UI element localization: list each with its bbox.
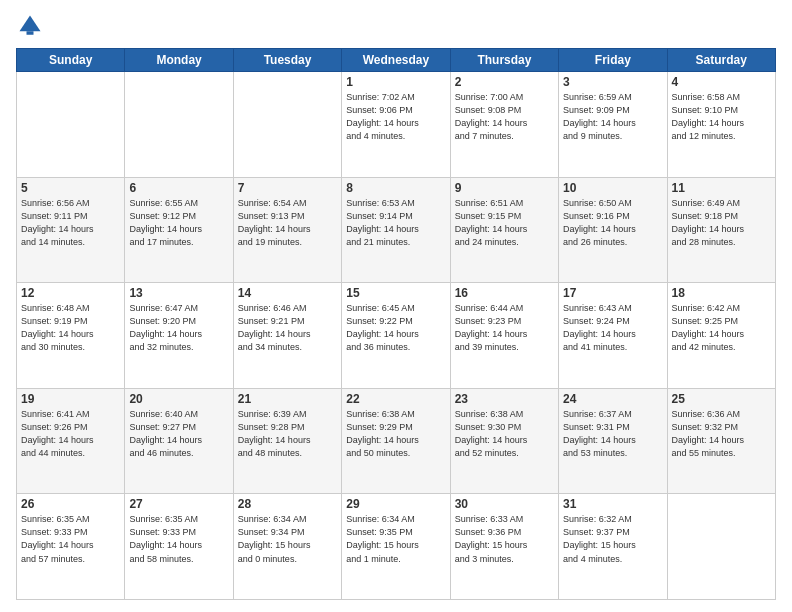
- day-info: Sunrise: 6:56 AM Sunset: 9:11 PM Dayligh…: [21, 197, 120, 249]
- day-number: 19: [21, 392, 120, 406]
- day-number: 9: [455, 181, 554, 195]
- day-info: Sunrise: 6:34 AM Sunset: 9:35 PM Dayligh…: [346, 513, 445, 565]
- day-number: 5: [21, 181, 120, 195]
- calendar-cell: 14Sunrise: 6:46 AM Sunset: 9:21 PM Dayli…: [233, 283, 341, 389]
- day-info: Sunrise: 6:58 AM Sunset: 9:10 PM Dayligh…: [672, 91, 771, 143]
- weekday-header-row: SundayMondayTuesdayWednesdayThursdayFrid…: [17, 49, 776, 72]
- logo-icon: [16, 12, 44, 40]
- calendar-cell: [233, 72, 341, 178]
- day-info: Sunrise: 6:51 AM Sunset: 9:15 PM Dayligh…: [455, 197, 554, 249]
- weekday-header: Monday: [125, 49, 233, 72]
- day-info: Sunrise: 6:40 AM Sunset: 9:27 PM Dayligh…: [129, 408, 228, 460]
- day-number: 26: [21, 497, 120, 511]
- calendar-cell: 10Sunrise: 6:50 AM Sunset: 9:16 PM Dayli…: [559, 177, 667, 283]
- calendar-cell: 18Sunrise: 6:42 AM Sunset: 9:25 PM Dayli…: [667, 283, 775, 389]
- day-info: Sunrise: 6:54 AM Sunset: 9:13 PM Dayligh…: [238, 197, 337, 249]
- calendar-cell: 29Sunrise: 6:34 AM Sunset: 9:35 PM Dayli…: [342, 494, 450, 600]
- calendar-cell: 9Sunrise: 6:51 AM Sunset: 9:15 PM Daylig…: [450, 177, 558, 283]
- day-info: Sunrise: 6:42 AM Sunset: 9:25 PM Dayligh…: [672, 302, 771, 354]
- calendar-cell: 17Sunrise: 6:43 AM Sunset: 9:24 PM Dayli…: [559, 283, 667, 389]
- day-number: 12: [21, 286, 120, 300]
- calendar-cell: 21Sunrise: 6:39 AM Sunset: 9:28 PM Dayli…: [233, 388, 341, 494]
- logo: [16, 12, 46, 40]
- calendar-cell: [667, 494, 775, 600]
- day-number: 3: [563, 75, 662, 89]
- calendar-cell: 26Sunrise: 6:35 AM Sunset: 9:33 PM Dayli…: [17, 494, 125, 600]
- calendar-week-row: 5Sunrise: 6:56 AM Sunset: 9:11 PM Daylig…: [17, 177, 776, 283]
- day-info: Sunrise: 6:49 AM Sunset: 9:18 PM Dayligh…: [672, 197, 771, 249]
- calendar-cell: 16Sunrise: 6:44 AM Sunset: 9:23 PM Dayli…: [450, 283, 558, 389]
- calendar-cell: 31Sunrise: 6:32 AM Sunset: 9:37 PM Dayli…: [559, 494, 667, 600]
- day-number: 22: [346, 392, 445, 406]
- day-number: 1: [346, 75, 445, 89]
- day-info: Sunrise: 6:53 AM Sunset: 9:14 PM Dayligh…: [346, 197, 445, 249]
- calendar-week-row: 19Sunrise: 6:41 AM Sunset: 9:26 PM Dayli…: [17, 388, 776, 494]
- day-number: 8: [346, 181, 445, 195]
- day-number: 14: [238, 286, 337, 300]
- calendar-cell: 2Sunrise: 7:00 AM Sunset: 9:08 PM Daylig…: [450, 72, 558, 178]
- day-number: 25: [672, 392, 771, 406]
- calendar-cell: 11Sunrise: 6:49 AM Sunset: 9:18 PM Dayli…: [667, 177, 775, 283]
- day-info: Sunrise: 6:35 AM Sunset: 9:33 PM Dayligh…: [21, 513, 120, 565]
- day-info: Sunrise: 6:34 AM Sunset: 9:34 PM Dayligh…: [238, 513, 337, 565]
- day-number: 23: [455, 392, 554, 406]
- calendar-cell: 23Sunrise: 6:38 AM Sunset: 9:30 PM Dayli…: [450, 388, 558, 494]
- day-number: 2: [455, 75, 554, 89]
- day-info: Sunrise: 6:55 AM Sunset: 9:12 PM Dayligh…: [129, 197, 228, 249]
- calendar-cell: 20Sunrise: 6:40 AM Sunset: 9:27 PM Dayli…: [125, 388, 233, 494]
- day-number: 27: [129, 497, 228, 511]
- day-info: Sunrise: 6:39 AM Sunset: 9:28 PM Dayligh…: [238, 408, 337, 460]
- day-info: Sunrise: 6:41 AM Sunset: 9:26 PM Dayligh…: [21, 408, 120, 460]
- calendar-cell: 24Sunrise: 6:37 AM Sunset: 9:31 PM Dayli…: [559, 388, 667, 494]
- day-info: Sunrise: 6:33 AM Sunset: 9:36 PM Dayligh…: [455, 513, 554, 565]
- day-info: Sunrise: 6:43 AM Sunset: 9:24 PM Dayligh…: [563, 302, 662, 354]
- weekday-header: Wednesday: [342, 49, 450, 72]
- page: SundayMondayTuesdayWednesdayThursdayFrid…: [0, 0, 792, 612]
- svg-rect-1: [27, 31, 34, 35]
- day-number: 20: [129, 392, 228, 406]
- calendar-cell: 28Sunrise: 6:34 AM Sunset: 9:34 PM Dayli…: [233, 494, 341, 600]
- weekday-header: Friday: [559, 49, 667, 72]
- day-number: 18: [672, 286, 771, 300]
- weekday-header: Saturday: [667, 49, 775, 72]
- day-info: Sunrise: 6:37 AM Sunset: 9:31 PM Dayligh…: [563, 408, 662, 460]
- calendar-cell: 7Sunrise: 6:54 AM Sunset: 9:13 PM Daylig…: [233, 177, 341, 283]
- calendar-week-row: 12Sunrise: 6:48 AM Sunset: 9:19 PM Dayli…: [17, 283, 776, 389]
- day-info: Sunrise: 6:59 AM Sunset: 9:09 PM Dayligh…: [563, 91, 662, 143]
- day-info: Sunrise: 7:00 AM Sunset: 9:08 PM Dayligh…: [455, 91, 554, 143]
- day-number: 31: [563, 497, 662, 511]
- calendar-cell: 4Sunrise: 6:58 AM Sunset: 9:10 PM Daylig…: [667, 72, 775, 178]
- calendar-cell: [17, 72, 125, 178]
- day-info: Sunrise: 6:35 AM Sunset: 9:33 PM Dayligh…: [129, 513, 228, 565]
- calendar-cell: [125, 72, 233, 178]
- calendar-cell: 5Sunrise: 6:56 AM Sunset: 9:11 PM Daylig…: [17, 177, 125, 283]
- day-info: Sunrise: 7:02 AM Sunset: 9:06 PM Dayligh…: [346, 91, 445, 143]
- calendar-cell: 15Sunrise: 6:45 AM Sunset: 9:22 PM Dayli…: [342, 283, 450, 389]
- calendar-cell: 6Sunrise: 6:55 AM Sunset: 9:12 PM Daylig…: [125, 177, 233, 283]
- calendar-cell: 3Sunrise: 6:59 AM Sunset: 9:09 PM Daylig…: [559, 72, 667, 178]
- day-info: Sunrise: 6:44 AM Sunset: 9:23 PM Dayligh…: [455, 302, 554, 354]
- day-number: 15: [346, 286, 445, 300]
- day-info: Sunrise: 6:45 AM Sunset: 9:22 PM Dayligh…: [346, 302, 445, 354]
- day-number: 7: [238, 181, 337, 195]
- calendar-cell: 22Sunrise: 6:38 AM Sunset: 9:29 PM Dayli…: [342, 388, 450, 494]
- calendar-cell: 19Sunrise: 6:41 AM Sunset: 9:26 PM Dayli…: [17, 388, 125, 494]
- calendar-cell: 8Sunrise: 6:53 AM Sunset: 9:14 PM Daylig…: [342, 177, 450, 283]
- day-info: Sunrise: 6:32 AM Sunset: 9:37 PM Dayligh…: [563, 513, 662, 565]
- day-info: Sunrise: 6:38 AM Sunset: 9:29 PM Dayligh…: [346, 408, 445, 460]
- day-number: 16: [455, 286, 554, 300]
- day-info: Sunrise: 6:36 AM Sunset: 9:32 PM Dayligh…: [672, 408, 771, 460]
- day-number: 29: [346, 497, 445, 511]
- day-number: 28: [238, 497, 337, 511]
- svg-marker-0: [20, 16, 41, 32]
- day-info: Sunrise: 6:50 AM Sunset: 9:16 PM Dayligh…: [563, 197, 662, 249]
- day-number: 11: [672, 181, 771, 195]
- calendar-cell: 25Sunrise: 6:36 AM Sunset: 9:32 PM Dayli…: [667, 388, 775, 494]
- day-number: 10: [563, 181, 662, 195]
- weekday-header: Sunday: [17, 49, 125, 72]
- calendar-cell: 30Sunrise: 6:33 AM Sunset: 9:36 PM Dayli…: [450, 494, 558, 600]
- day-number: 17: [563, 286, 662, 300]
- day-number: 13: [129, 286, 228, 300]
- day-number: 30: [455, 497, 554, 511]
- calendar-table: SundayMondayTuesdayWednesdayThursdayFrid…: [16, 48, 776, 600]
